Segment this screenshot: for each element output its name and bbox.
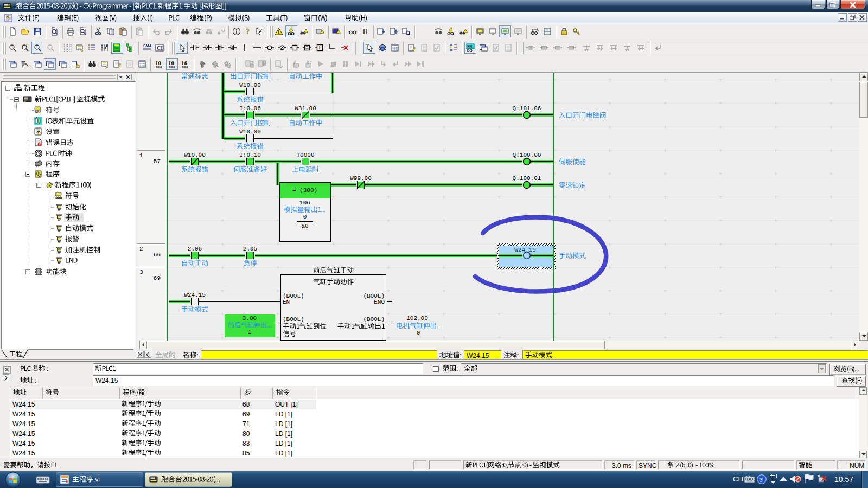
svg-text:AB: AB bbox=[220, 28, 225, 33]
svg-text:?: ? bbox=[760, 476, 763, 484]
svg-text:CI: CI bbox=[157, 45, 163, 51]
svg-text:10: 10 bbox=[155, 60, 162, 66]
svg-text:?: ? bbox=[246, 28, 250, 36]
svg-text:T: T bbox=[318, 46, 321, 50]
svg-text:16: 16 bbox=[181, 60, 188, 66]
svg-text:SMA: SMA bbox=[143, 44, 151, 48]
svg-text:HH: HH bbox=[468, 44, 472, 49]
svg-text:10: 10 bbox=[168, 60, 175, 66]
svg-text:?: ? bbox=[260, 28, 263, 33]
